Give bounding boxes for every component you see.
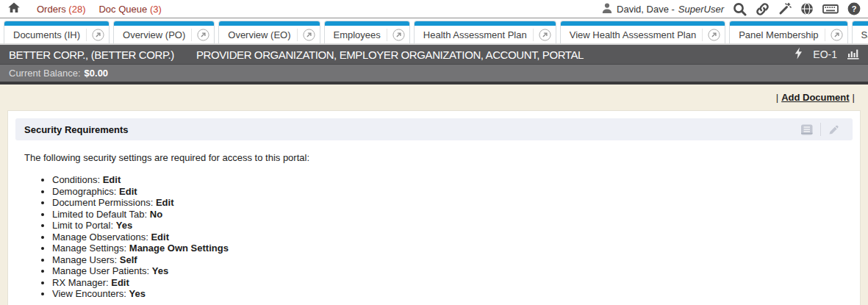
setting-manage-user-patients: Manage User Patients: Yes: [52, 265, 845, 277]
popout-arrow-icon[interactable]: [702, 29, 720, 41]
setting-document-permissions: Document Permissions: Edit: [52, 197, 845, 209]
top-nav: Orders (28) Doc Queue (3): [37, 4, 162, 15]
security-requirements-panel: Security Requirements The following secu…: [7, 110, 861, 305]
setting-demographics: Demographics: Edit: [52, 186, 845, 198]
setting-limit-to-portal: Limit to Portal: Yes: [52, 220, 845, 232]
nav-orders[interactable]: Orders (28): [37, 4, 85, 15]
home-icon: [7, 1, 21, 16]
popout-arrow-icon[interactable]: [533, 29, 551, 41]
topbar-right: David, Dave - SuperUser ?: [601, 2, 861, 16]
home-button[interactable]: [7, 1, 21, 16]
wand-icon[interactable]: [778, 2, 792, 15]
user-name: David, Dave -: [617, 4, 675, 15]
link-icon[interactable]: [756, 2, 770, 16]
popout-arrow-icon[interactable]: [297, 29, 315, 41]
panel-tools: [793, 123, 847, 136]
organization-bar: BETTER CORP., (BETTER CORP.) PROVIDER OR…: [0, 43, 868, 64]
help-icon[interactable]: ?: [847, 2, 861, 15]
bar-chart-icon[interactable]: [847, 47, 859, 62]
tab-health-assessment-plan[interactable]: Health Assessment Plan: [414, 21, 556, 43]
balance-label: Current Balance:: [9, 68, 81, 79]
tab-panel-membership[interactable]: Panel Membership: [729, 21, 847, 43]
add-document-link[interactable]: Add Document: [781, 92, 849, 103]
user-icon: [601, 2, 613, 16]
tab-safety-overview[interactable]: Safety Overview: [852, 21, 868, 43]
panel-header: Security Requirements: [15, 118, 853, 140]
tab-overview-eo[interactable]: Overview (EO): [218, 21, 320, 43]
svg-text:?: ?: [852, 4, 857, 13]
setting-rx-manager: RX Manager: Edit: [52, 277, 845, 289]
setting-view-encounters: View Encounters: Yes: [52, 288, 845, 300]
balance-bar: Current Balance: $0.00: [0, 64, 868, 82]
popout-arrow-icon[interactable]: [825, 29, 843, 41]
popout-arrow-icon[interactable]: [387, 29, 405, 41]
globe-icon[interactable]: [800, 2, 814, 15]
portal-badge: EO-1: [813, 49, 837, 60]
tab-view-health-assessment-plan[interactable]: View Health Assessment Plan: [560, 21, 725, 43]
tab-overview-po[interactable]: Overview (PO): [113, 21, 215, 43]
panel-body: The following security settings are requ…: [15, 140, 853, 300]
top-bar: Orders (28) Doc Queue (3) David, Dave - …: [0, 0, 868, 18]
security-settings-list: Conditions: Edit Demographics: Edit Docu…: [24, 174, 845, 300]
history-book-icon[interactable]: [793, 123, 820, 136]
popout-arrow-icon[interactable]: [191, 29, 209, 41]
popout-arrow-icon[interactable]: [86, 29, 104, 41]
user-menu[interactable]: David, Dave - SuperUser: [601, 2, 724, 16]
tab-employees[interactable]: Employees: [324, 21, 410, 43]
search-icon[interactable]: [733, 2, 747, 16]
setting-limited-to-default-tab: Limited to Default Tab: No: [52, 209, 845, 220]
edit-pencil-icon[interactable]: [821, 123, 847, 136]
setting-manage-users: Manage Users: Self: [52, 254, 845, 266]
setting-manage-settings: Manage Settings: Manage Own Settings: [52, 243, 845, 254]
action-bar: | Add Document |: [0, 85, 868, 107]
panel-title: Security Requirements: [24, 124, 129, 135]
lightning-bolt-icon[interactable]: [794, 47, 803, 62]
user-role: SuperUser: [678, 4, 724, 15]
organization-types: PROVIDER ORGANIZATION, EMPLOYER ORGANIZA…: [196, 49, 584, 61]
content-area: | Add Document | Security Requirements T…: [0, 85, 868, 305]
orgbar-right: EO-1: [794, 47, 859, 62]
intro-text: The following security settings are requ…: [24, 152, 845, 163]
tab-documents-ih[interactable]: Documents (IH): [4, 21, 110, 43]
organization-name: BETTER CORP., (BETTER CORP.): [9, 49, 174, 61]
setting-conditions: Conditions: Edit: [52, 174, 845, 186]
keyboard-icon[interactable]: [822, 3, 839, 15]
nav-doc-queue[interactable]: Doc Queue (3): [98, 4, 161, 15]
balance-value: $0.00: [85, 68, 109, 79]
setting-manage-observations: Manage Observations: Edit: [52, 232, 845, 243]
tab-row: Documents (IH) Overview (PO) Overview (E…: [0, 18, 868, 43]
